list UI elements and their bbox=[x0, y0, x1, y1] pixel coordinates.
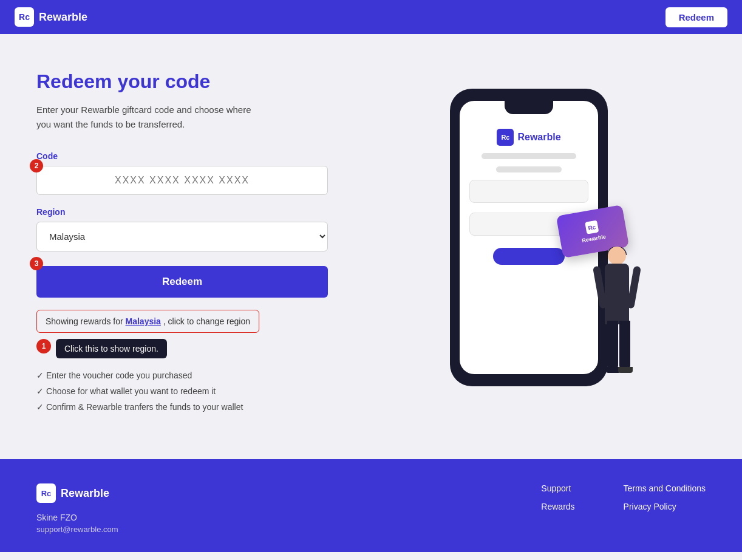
region-notice-wrapper: Showing rewards for Malaysia , click to … bbox=[36, 310, 328, 358]
person-leg-left bbox=[607, 321, 618, 369]
step-3-badge: 3 bbox=[30, 257, 43, 270]
footer-left: Rc Rewarble Skine FZO support@rewarble.c… bbox=[36, 483, 118, 534]
region-notice: Showing rewards for Malaysia , click to … bbox=[36, 310, 259, 333]
logo-icon: Rc bbox=[15, 7, 34, 27]
header-logo: Rc Rewarble bbox=[15, 7, 87, 27]
footer-email: support@rewarble.com bbox=[36, 525, 118, 534]
footer: Rc Rewarble Skine FZO support@rewarble.c… bbox=[0, 459, 742, 552]
region-label: Region bbox=[36, 207, 328, 217]
tooltip-wrapper: 1 Click this to show region. bbox=[36, 339, 328, 358]
right-panel: Rc Rewarble Rc Rewarble bbox=[352, 70, 706, 423]
person-leg-right bbox=[619, 321, 630, 369]
gift-card-icon: Rc bbox=[585, 220, 599, 234]
region-select[interactable]: Malaysia Singapore Thailand Indonesia Ph… bbox=[36, 222, 328, 251]
footer-inner: Rc Rewarble Skine FZO support@rewarble.c… bbox=[36, 483, 706, 534]
header-redeem-button[interactable]: Redeem bbox=[665, 7, 727, 27]
tooltip-box: Click this to show region. bbox=[56, 339, 167, 358]
person-illustration bbox=[584, 247, 638, 405]
code-label: Code bbox=[36, 151, 328, 161]
footer-links-group: Support Rewards Terms and Conditions Pri… bbox=[541, 483, 706, 511]
footer-logo-icon: Rc bbox=[36, 483, 56, 503]
person-shoe-right bbox=[618, 367, 633, 373]
person-head bbox=[608, 247, 626, 265]
page-description: Enter your Rewarble giftcard code and ch… bbox=[36, 103, 328, 132]
footer-link-col-1: Support Rewards bbox=[541, 483, 574, 511]
step-2-badge: 2 bbox=[30, 159, 43, 172]
checklist-item-3: ✓ Confirm & Rewarble tranfers the funds … bbox=[36, 402, 328, 412]
footer-link-terms[interactable]: Terms and Conditions bbox=[624, 483, 706, 493]
redeem-button[interactable]: Redeem bbox=[36, 266, 328, 298]
phone-bar-sm bbox=[496, 166, 562, 172]
phone-redeem-btn bbox=[493, 248, 565, 265]
footer-logo-text: Rewarble bbox=[61, 487, 109, 500]
phone-logo-text: Rewarble bbox=[517, 132, 560, 143]
left-panel: Redeem your code Enter your Rewarble gif… bbox=[36, 70, 328, 423]
logo-text: Rewarble bbox=[39, 11, 87, 24]
footer-link-support[interactable]: Support bbox=[541, 483, 574, 493]
header: Rc Rewarble Redeem bbox=[0, 0, 742, 34]
footer-link-col-2: Terms and Conditions Privacy Policy bbox=[624, 483, 706, 511]
tooltip-badge: 1 bbox=[36, 339, 51, 353]
footer-logo-area: Rc Rewarble bbox=[36, 483, 118, 503]
person-body bbox=[605, 264, 629, 324]
gift-card-text: Rewarble bbox=[582, 233, 607, 244]
phone-input-box-1 bbox=[469, 180, 588, 203]
page-title: Redeem your code bbox=[36, 70, 328, 93]
checklist-item-1: ✓ Enter the voucher code you purchased bbox=[36, 370, 328, 380]
phone-logo-icon: Rc bbox=[497, 129, 514, 146]
checklist: ✓ Enter the voucher code you purchased ✓… bbox=[36, 370, 328, 412]
phone-notch bbox=[505, 101, 553, 114]
redeem-btn-group: 3 Redeem bbox=[36, 264, 328, 298]
region-field-group: Malaysia Singapore Thailand Indonesia Ph… bbox=[36, 222, 328, 251]
footer-link-privacy[interactable]: Privacy Policy bbox=[624, 502, 706, 511]
gift-card-logo: Rc Rewarble bbox=[579, 219, 606, 244]
phone-bar-1 bbox=[482, 153, 577, 159]
region-change-link[interactable]: Malaysia bbox=[126, 316, 161, 326]
code-input[interactable] bbox=[36, 166, 328, 195]
main-content: Redeem your code Enter your Rewarble gif… bbox=[0, 34, 742, 459]
checklist-item-2: ✓ Choose for what wallet you want to red… bbox=[36, 386, 328, 396]
footer-link-rewards[interactable]: Rewards bbox=[541, 502, 574, 511]
phone-illustration: Rc Rewarble Rc Rewarble bbox=[426, 89, 632, 405]
phone-logo-area: Rc Rewarble bbox=[497, 129, 560, 146]
code-field-group: 2 bbox=[36, 166, 328, 195]
footer-company: Skine FZO bbox=[36, 513, 118, 522]
